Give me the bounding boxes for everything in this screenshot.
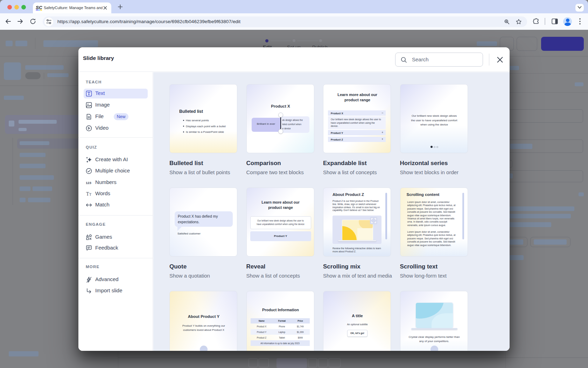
svg-text:SC: SC: [36, 5, 42, 10]
svg-text:T: T: [89, 192, 91, 196]
svg-text:123: 123: [86, 181, 91, 185]
svg-text:T: T: [86, 191, 89, 197]
